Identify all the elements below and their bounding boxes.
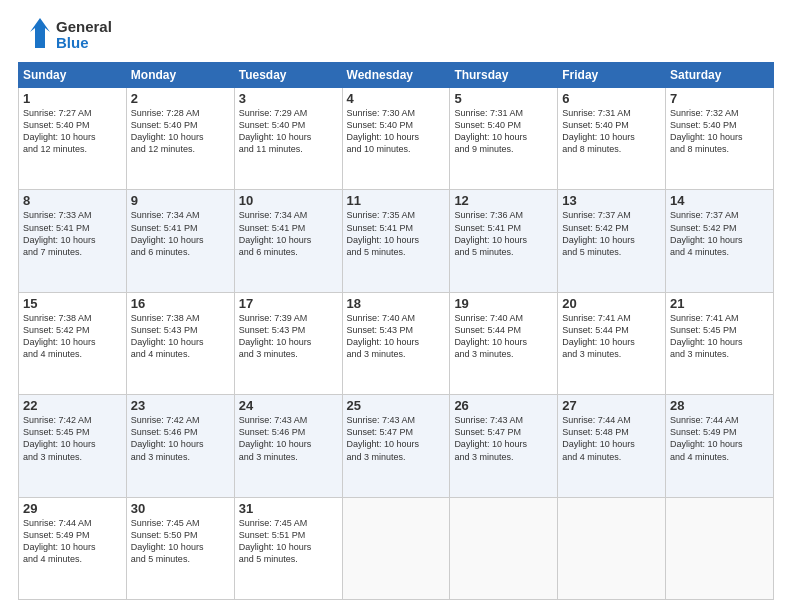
day-info: Sunrise: 7:38 AM Sunset: 5:42 PM Dayligh… (23, 312, 122, 361)
day-number: 9 (131, 193, 230, 208)
day-number: 29 (23, 501, 122, 516)
calendar-header-row: SundayMondayTuesdayWednesdayThursdayFrid… (19, 63, 774, 88)
day-number: 11 (347, 193, 446, 208)
day-number: 21 (670, 296, 769, 311)
day-info: Sunrise: 7:37 AM Sunset: 5:42 PM Dayligh… (670, 209, 769, 258)
calendar-cell: 7Sunrise: 7:32 AM Sunset: 5:40 PM Daylig… (666, 88, 774, 190)
logo-blue-text: Blue (56, 35, 112, 52)
header: General Blue (18, 18, 774, 52)
day-info: Sunrise: 7:44 AM Sunset: 5:49 PM Dayligh… (670, 414, 769, 463)
calendar-cell: 29Sunrise: 7:44 AM Sunset: 5:49 PM Dayli… (19, 497, 127, 599)
calendar-week-5: 29Sunrise: 7:44 AM Sunset: 5:49 PM Dayli… (19, 497, 774, 599)
day-number: 14 (670, 193, 769, 208)
weekday-header-wednesday: Wednesday (342, 63, 450, 88)
day-number: 10 (239, 193, 338, 208)
calendar-cell: 31Sunrise: 7:45 AM Sunset: 5:51 PM Dayli… (234, 497, 342, 599)
day-number: 2 (131, 91, 230, 106)
calendar-cell (342, 497, 450, 599)
calendar-cell: 1Sunrise: 7:27 AM Sunset: 5:40 PM Daylig… (19, 88, 127, 190)
day-number: 25 (347, 398, 446, 413)
calendar-cell: 19Sunrise: 7:40 AM Sunset: 5:44 PM Dayli… (450, 292, 558, 394)
day-info: Sunrise: 7:31 AM Sunset: 5:40 PM Dayligh… (454, 107, 553, 156)
calendar-cell: 22Sunrise: 7:42 AM Sunset: 5:45 PM Dayli… (19, 395, 127, 497)
calendar-cell (450, 497, 558, 599)
weekday-header-saturday: Saturday (666, 63, 774, 88)
weekday-header-friday: Friday (558, 63, 666, 88)
day-number: 15 (23, 296, 122, 311)
day-info: Sunrise: 7:43 AM Sunset: 5:47 PM Dayligh… (347, 414, 446, 463)
day-number: 23 (131, 398, 230, 413)
calendar-cell: 28Sunrise: 7:44 AM Sunset: 5:49 PM Dayli… (666, 395, 774, 497)
svg-marker-0 (30, 18, 50, 48)
day-number: 4 (347, 91, 446, 106)
calendar-cell: 6Sunrise: 7:31 AM Sunset: 5:40 PM Daylig… (558, 88, 666, 190)
logo-icon (18, 18, 50, 52)
calendar-week-2: 8Sunrise: 7:33 AM Sunset: 5:41 PM Daylig… (19, 190, 774, 292)
calendar-cell: 8Sunrise: 7:33 AM Sunset: 5:41 PM Daylig… (19, 190, 127, 292)
calendar-cell: 21Sunrise: 7:41 AM Sunset: 5:45 PM Dayli… (666, 292, 774, 394)
calendar-week-4: 22Sunrise: 7:42 AM Sunset: 5:45 PM Dayli… (19, 395, 774, 497)
page: General Blue SundayMondayTuesdayWednesda… (0, 0, 792, 612)
calendar-cell (558, 497, 666, 599)
calendar-cell: 30Sunrise: 7:45 AM Sunset: 5:50 PM Dayli… (126, 497, 234, 599)
calendar-cell: 13Sunrise: 7:37 AM Sunset: 5:42 PM Dayli… (558, 190, 666, 292)
calendar-cell: 20Sunrise: 7:41 AM Sunset: 5:44 PM Dayli… (558, 292, 666, 394)
weekday-header-monday: Monday (126, 63, 234, 88)
day-info: Sunrise: 7:33 AM Sunset: 5:41 PM Dayligh… (23, 209, 122, 258)
day-info: Sunrise: 7:40 AM Sunset: 5:44 PM Dayligh… (454, 312, 553, 361)
logo: General Blue (18, 18, 112, 52)
day-number: 13 (562, 193, 661, 208)
day-info: Sunrise: 7:44 AM Sunset: 5:49 PM Dayligh… (23, 517, 122, 566)
calendar-cell: 12Sunrise: 7:36 AM Sunset: 5:41 PM Dayli… (450, 190, 558, 292)
day-info: Sunrise: 7:45 AM Sunset: 5:51 PM Dayligh… (239, 517, 338, 566)
day-info: Sunrise: 7:39 AM Sunset: 5:43 PM Dayligh… (239, 312, 338, 361)
day-number: 22 (23, 398, 122, 413)
day-info: Sunrise: 7:27 AM Sunset: 5:40 PM Dayligh… (23, 107, 122, 156)
day-info: Sunrise: 7:42 AM Sunset: 5:46 PM Dayligh… (131, 414, 230, 463)
calendar-cell: 16Sunrise: 7:38 AM Sunset: 5:43 PM Dayli… (126, 292, 234, 394)
day-info: Sunrise: 7:37 AM Sunset: 5:42 PM Dayligh… (562, 209, 661, 258)
day-info: Sunrise: 7:34 AM Sunset: 5:41 PM Dayligh… (131, 209, 230, 258)
calendar-cell: 5Sunrise: 7:31 AM Sunset: 5:40 PM Daylig… (450, 88, 558, 190)
calendar-cell: 23Sunrise: 7:42 AM Sunset: 5:46 PM Dayli… (126, 395, 234, 497)
calendar-week-3: 15Sunrise: 7:38 AM Sunset: 5:42 PM Dayli… (19, 292, 774, 394)
calendar-cell: 24Sunrise: 7:43 AM Sunset: 5:46 PM Dayli… (234, 395, 342, 497)
day-info: Sunrise: 7:28 AM Sunset: 5:40 PM Dayligh… (131, 107, 230, 156)
calendar-week-1: 1Sunrise: 7:27 AM Sunset: 5:40 PM Daylig… (19, 88, 774, 190)
calendar-cell: 3Sunrise: 7:29 AM Sunset: 5:40 PM Daylig… (234, 88, 342, 190)
calendar-cell: 10Sunrise: 7:34 AM Sunset: 5:41 PM Dayli… (234, 190, 342, 292)
calendar-cell: 15Sunrise: 7:38 AM Sunset: 5:42 PM Dayli… (19, 292, 127, 394)
day-number: 24 (239, 398, 338, 413)
day-info: Sunrise: 7:45 AM Sunset: 5:50 PM Dayligh… (131, 517, 230, 566)
day-number: 16 (131, 296, 230, 311)
calendar-cell: 11Sunrise: 7:35 AM Sunset: 5:41 PM Dayli… (342, 190, 450, 292)
calendar-cell: 17Sunrise: 7:39 AM Sunset: 5:43 PM Dayli… (234, 292, 342, 394)
weekday-header-sunday: Sunday (19, 63, 127, 88)
day-number: 20 (562, 296, 661, 311)
calendar-cell: 2Sunrise: 7:28 AM Sunset: 5:40 PM Daylig… (126, 88, 234, 190)
day-number: 3 (239, 91, 338, 106)
day-info: Sunrise: 7:43 AM Sunset: 5:47 PM Dayligh… (454, 414, 553, 463)
day-number: 28 (670, 398, 769, 413)
day-info: Sunrise: 7:36 AM Sunset: 5:41 PM Dayligh… (454, 209, 553, 258)
calendar-cell: 25Sunrise: 7:43 AM Sunset: 5:47 PM Dayli… (342, 395, 450, 497)
calendar-cell: 27Sunrise: 7:44 AM Sunset: 5:48 PM Dayli… (558, 395, 666, 497)
day-number: 17 (239, 296, 338, 311)
day-number: 1 (23, 91, 122, 106)
day-number: 8 (23, 193, 122, 208)
day-info: Sunrise: 7:38 AM Sunset: 5:43 PM Dayligh… (131, 312, 230, 361)
calendar-cell: 9Sunrise: 7:34 AM Sunset: 5:41 PM Daylig… (126, 190, 234, 292)
calendar-cell: 4Sunrise: 7:30 AM Sunset: 5:40 PM Daylig… (342, 88, 450, 190)
day-number: 5 (454, 91, 553, 106)
day-number: 6 (562, 91, 661, 106)
day-info: Sunrise: 7:32 AM Sunset: 5:40 PM Dayligh… (670, 107, 769, 156)
day-info: Sunrise: 7:30 AM Sunset: 5:40 PM Dayligh… (347, 107, 446, 156)
weekday-header-tuesday: Tuesday (234, 63, 342, 88)
day-number: 30 (131, 501, 230, 516)
calendar-table: SundayMondayTuesdayWednesdayThursdayFrid… (18, 62, 774, 600)
calendar-cell: 18Sunrise: 7:40 AM Sunset: 5:43 PM Dayli… (342, 292, 450, 394)
day-info: Sunrise: 7:31 AM Sunset: 5:40 PM Dayligh… (562, 107, 661, 156)
day-number: 19 (454, 296, 553, 311)
day-info: Sunrise: 7:41 AM Sunset: 5:44 PM Dayligh… (562, 312, 661, 361)
day-number: 18 (347, 296, 446, 311)
